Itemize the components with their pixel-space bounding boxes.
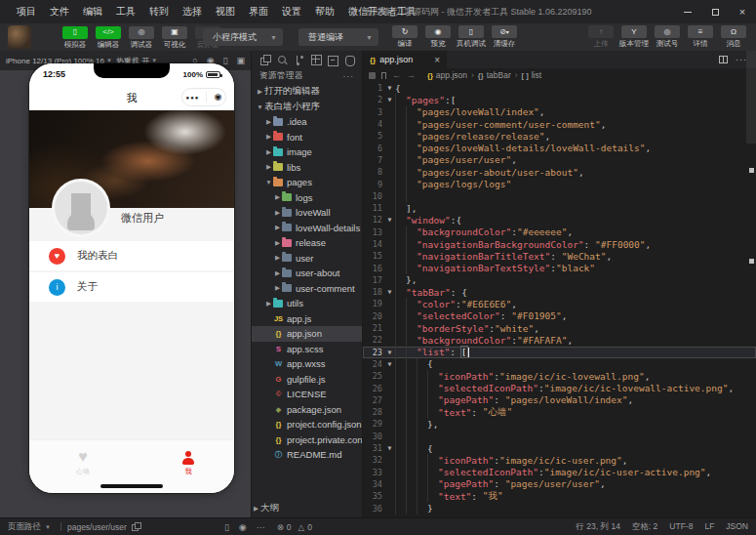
menu-item-6[interactable]: 视图 (209, 5, 242, 19)
code-line-1[interactable]: 1▼{ (363, 82, 756, 94)
code-line-10[interactable]: 10 (363, 190, 756, 202)
code-line-14[interactable]: 14"navigationBarBackgroundColor": "#FF00… (363, 238, 756, 250)
tree-item-[interactable]: ▶打开的编辑器 (252, 84, 362, 100)
tree-item-user-comment[interactable]: ▶user-comment (252, 281, 362, 297)
fold-chevron-icon[interactable]: ▼ (384, 360, 395, 368)
code-editor[interactable]: 1▼{2▼"pages":[3"pages/loveWall/index",4"… (363, 82, 756, 517)
view-code-button[interactable]: </>编辑器 (92, 26, 125, 50)
menu-item-8[interactable]: 设置 (275, 5, 308, 19)
project-test-button[interactable]: ◎测试号 (651, 25, 684, 49)
menu-item-3[interactable]: 工具 (109, 5, 142, 19)
git-branch-icon[interactable] (294, 55, 302, 65)
menu-item-9[interactable]: 帮助 (308, 5, 341, 19)
bookmark-icon[interactable] (381, 72, 386, 79)
more-dots-icon[interactable]: ··· (257, 522, 265, 532)
tree-item-loveWall[interactable]: ▶loveWall (252, 205, 362, 221)
code-line-18[interactable]: 18▼"tabBar": { (363, 286, 756, 298)
view-debug-button[interactable]: ◎调试器 (125, 26, 158, 50)
code-line-28[interactable]: 28"text": "心墙" (363, 406, 756, 418)
phone-icon[interactable]: ▯ (223, 56, 228, 65)
code-line-23[interactable]: 23▼"list": [ (363, 347, 756, 358)
tree-item-logs[interactable]: ▶logs (252, 190, 362, 206)
code-line-22[interactable]: 22"backgroundColor":"#FAFAFA", (363, 334, 756, 346)
extensions-icon[interactable] (311, 55, 320, 65)
fold-chevron-icon[interactable]: ▼ (384, 84, 395, 92)
tab-app-json[interactable]: {} app.json × (363, 51, 447, 68)
user-avatar[interactable] (8, 25, 31, 49)
tab-me[interactable]: 我 (164, 447, 213, 476)
code-line-12[interactable]: 12▼"window":{ (363, 214, 756, 226)
tree-item-.idea[interactable]: ▶.idea (252, 114, 362, 130)
menu-item-2[interactable]: 编辑 (76, 5, 109, 19)
tree-item-libs[interactable]: ▶libs (252, 160, 362, 176)
overview-ruler[interactable] (746, 51, 756, 517)
menu-item-0[interactable]: 项目 (10, 5, 43, 19)
tree-item-project.config.json[interactable]: {}project.config.json (252, 417, 362, 432)
code-line-33[interactable]: 33"selectedIconPath":"image/ic/ic-user-a… (363, 467, 756, 478)
action-eye-button[interactable]: ◉预览 (421, 25, 455, 49)
tree-item-gulpfile.js[interactable]: Ggulpfile.js (252, 372, 362, 388)
outline-section[interactable]: ▶ 大纲 (252, 501, 362, 515)
forward-arrow-icon[interactable]: → (407, 70, 416, 80)
tab-lovewall[interactable]: ♥ 心墙 (59, 447, 107, 476)
status-item-2[interactable]: UTF-8 (669, 521, 693, 533)
code-line-5[interactable]: 5"pages/release/release", (363, 130, 756, 142)
fold-chevron-icon[interactable]: ▼ (384, 288, 395, 296)
home-indicator[interactable] (100, 484, 163, 488)
code-line-19[interactable]: 19"color":"#E6E6E6", (363, 298, 756, 309)
tree-item-app.js[interactable]: JSapp.js (252, 311, 362, 327)
avatar[interactable] (55, 182, 107, 234)
breadcrumb-segment-tabBar[interactable]: {}tabBar (478, 70, 511, 80)
code-line-35[interactable]: 35"text": "我" (363, 490, 756, 502)
code-line-24[interactable]: 24▼{ (363, 358, 756, 370)
windows-icon[interactable]: ▣ (236, 56, 245, 65)
tree-item-image[interactable]: ▶image (252, 144, 362, 160)
project-bell-button[interactable]: Ω消息 (717, 25, 750, 49)
project-details-button[interactable]: ≡详情 (684, 25, 717, 49)
breadcrumb-segment-list[interactable]: [ ]list (522, 70, 541, 80)
wechat-capsule[interactable]: ●●● ◉ (181, 88, 226, 106)
problems-indicator[interactable]: ⊗ 0 △ 0 (277, 522, 312, 532)
preview-eye-icon[interactable]: ◉ (239, 522, 247, 532)
menu-item-5[interactable]: 选择 (176, 5, 209, 19)
tree-item-font[interactable]: ▶font (252, 130, 362, 145)
scrollbar-thumb[interactable] (746, 51, 756, 144)
search-icon[interactable] (277, 55, 286, 65)
back-arrow-icon[interactable]: ← (392, 70, 401, 80)
code-line-17[interactable]: 17}, (363, 274, 756, 286)
code-line-36[interactable]: 36} (363, 502, 756, 514)
tree-item-project.private.config.js...[interactable]: {}project.private.config.js... (252, 432, 362, 448)
code-line-32[interactable]: 32"iconPath":"image/ic/ic-user.png", (363, 454, 756, 466)
code-line-30[interactable]: 30 (363, 431, 756, 442)
tree-item-release[interactable]: ▶release (252, 235, 362, 251)
copy-icon[interactable] (132, 522, 140, 531)
breadcrumb-segment-app.json[interactable]: {}app.json (427, 70, 467, 80)
mode-dropdown[interactable]: 小程序模式 ▼ (203, 28, 283, 46)
compile-dropdown[interactable]: 普通编译 ▼ (298, 28, 378, 46)
tree-item-utils[interactable]: ▶utils (252, 296, 362, 311)
code-line-31[interactable]: 31▼{ (363, 442, 756, 454)
tree-item-loveWall-details[interactable]: ▶loveWall-details (252, 221, 362, 236)
code-line-16[interactable]: 16"navigationBarTextStyle":"black" (363, 262, 756, 273)
code-line-2[interactable]: 2▼"pages":[ (363, 94, 756, 105)
fold-chevron-icon[interactable]: ▼ (384, 349, 395, 356)
close-button[interactable]: × (729, 0, 756, 23)
tree-item-app.wxss[interactable]: Wapp.wxss (252, 356, 362, 372)
code-line-34[interactable]: 34"pagePath": "pages/user/user", (363, 478, 756, 490)
code-line-25[interactable]: 25"iconPath":"image/ic/ic-lovewall.png", (363, 370, 756, 382)
project-branch-button[interactable]: Y版本管理 (617, 25, 651, 49)
tree-item-app.json[interactable]: {}app.json (252, 326, 362, 342)
menu-item-1[interactable]: 文件 (43, 5, 76, 19)
status-item-1[interactable]: 空格: 2 (632, 521, 657, 533)
page-path-selector[interactable]: 页面路径 (8, 521, 41, 533)
more-dots-icon[interactable]: ●●● (186, 95, 200, 101)
hand-icon[interactable] (344, 55, 353, 65)
code-line-21[interactable]: 21"borderStyle":"white", (363, 322, 756, 334)
code-line-3[interactable]: 3"pages/loveWall/index", (363, 106, 756, 118)
package-icon[interactable] (328, 55, 337, 65)
close-tab-icon[interactable]: × (434, 55, 440, 65)
fold-chevron-icon[interactable]: ▼ (384, 96, 395, 103)
action-cache-button[interactable]: ⊘ ▾清缓存 (488, 25, 521, 49)
tree-item-package.json[interactable]: ◆package.json (252, 402, 362, 418)
tree-item-[interactable]: ▼表白墙小程序 (252, 100, 362, 115)
